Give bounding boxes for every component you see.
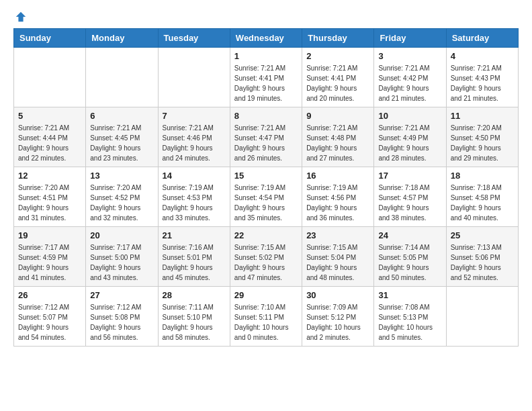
calendar-day-cell: 9Sunrise: 7:21 AMSunset: 4:48 PMDaylight… [302, 107, 374, 167]
day-info: Sunrise: 7:21 AMSunset: 4:44 PMDaylight:… [18, 123, 81, 163]
weekday-header: Tuesday [158, 29, 230, 48]
day-number: 23 [306, 230, 369, 240]
day-info: Sunrise: 7:12 AMSunset: 5:07 PMDaylight:… [18, 302, 81, 342]
day-number: 30 [306, 290, 369, 300]
day-info: Sunrise: 7:21 AMSunset: 4:49 PMDaylight:… [378, 123, 441, 163]
calendar-day-cell: 1Sunrise: 7:21 AMSunset: 4:41 PMDaylight… [230, 48, 302, 107]
day-info: Sunrise: 7:15 AMSunset: 5:02 PMDaylight:… [234, 242, 298, 283]
svg-marker-0 [16, 12, 26, 21]
calendar-day-cell: 22Sunrise: 7:15 AMSunset: 5:02 PMDayligh… [230, 227, 302, 287]
weekday-header: Friday [374, 29, 446, 48]
day-number: 11 [451, 111, 514, 121]
calendar-day-cell: 28Sunrise: 7:11 AMSunset: 5:10 PMDayligh… [158, 287, 230, 347]
calendar-day-cell: 25Sunrise: 7:13 AMSunset: 5:06 PMDayligh… [446, 227, 518, 287]
day-info: Sunrise: 7:17 AMSunset: 5:00 PMDaylight:… [90, 242, 153, 283]
day-number: 4 [451, 51, 514, 61]
calendar-day-cell: 27Sunrise: 7:12 AMSunset: 5:08 PMDayligh… [86, 287, 158, 347]
calendar-day-cell: 20Sunrise: 7:17 AMSunset: 5:00 PMDayligh… [86, 227, 158, 287]
day-number: 27 [90, 290, 153, 300]
day-number: 21 [163, 230, 226, 240]
calendar-day-cell: 5Sunrise: 7:21 AMSunset: 4:44 PMDaylight… [14, 107, 86, 167]
calendar-day-cell: 24Sunrise: 7:14 AMSunset: 5:05 PMDayligh… [374, 227, 446, 287]
calendar-week-row: 19Sunrise: 7:17 AMSunset: 4:59 PMDayligh… [14, 227, 519, 287]
day-number: 22 [234, 230, 298, 240]
calendar-empty-cell [86, 48, 158, 107]
day-number: 19 [18, 230, 81, 240]
day-number: 15 [234, 171, 298, 181]
day-info: Sunrise: 7:19 AMSunset: 4:53 PMDaylight:… [163, 183, 226, 223]
day-number: 16 [306, 171, 369, 181]
day-info: Sunrise: 7:21 AMSunset: 4:41 PMDaylight:… [234, 63, 298, 103]
calendar-day-cell: 4Sunrise: 7:21 AMSunset: 4:43 PMDaylight… [446, 48, 518, 107]
calendar-day-cell: 17Sunrise: 7:18 AMSunset: 4:57 PMDayligh… [374, 167, 446, 227]
header [13, 11, 519, 20]
calendar-day-cell: 30Sunrise: 7:09 AMSunset: 5:12 PMDayligh… [302, 287, 374, 347]
calendar-day-cell: 15Sunrise: 7:19 AMSunset: 4:54 PMDayligh… [230, 167, 302, 227]
weekday-header: Saturday [446, 29, 518, 48]
calendar-day-cell: 12Sunrise: 7:20 AMSunset: 4:51 PMDayligh… [14, 167, 86, 227]
calendar-day-cell: 2Sunrise: 7:21 AMSunset: 4:41 PMDaylight… [302, 48, 374, 107]
day-info: Sunrise: 7:19 AMSunset: 4:56 PMDaylight:… [306, 183, 369, 223]
day-number: 29 [234, 290, 298, 300]
day-number: 8 [234, 111, 298, 121]
day-number: 10 [378, 111, 441, 121]
calendar-day-cell: 7Sunrise: 7:21 AMSunset: 4:46 PMDaylight… [158, 107, 230, 167]
calendar-day-cell: 8Sunrise: 7:21 AMSunset: 4:47 PMDaylight… [230, 107, 302, 167]
day-info: Sunrise: 7:18 AMSunset: 4:58 PMDaylight:… [451, 183, 514, 223]
day-number: 9 [306, 111, 369, 121]
weekday-header: Thursday [302, 29, 374, 48]
calendar-week-row: 5Sunrise: 7:21 AMSunset: 4:44 PMDaylight… [14, 107, 519, 167]
calendar-day-cell: 26Sunrise: 7:12 AMSunset: 5:07 PMDayligh… [14, 287, 86, 347]
weekday-header: Sunday [14, 29, 86, 48]
day-info: Sunrise: 7:19 AMSunset: 4:54 PMDaylight:… [234, 183, 298, 223]
day-number: 25 [451, 230, 514, 240]
day-info: Sunrise: 7:09 AMSunset: 5:12 PMDaylight:… [306, 302, 369, 342]
day-info: Sunrise: 7:17 AMSunset: 4:59 PMDaylight:… [18, 242, 81, 283]
day-info: Sunrise: 7:21 AMSunset: 4:47 PMDaylight:… [234, 123, 298, 163]
weekday-header: Monday [86, 29, 158, 48]
calendar-day-cell: 31Sunrise: 7:08 AMSunset: 5:13 PMDayligh… [374, 287, 446, 347]
day-info: Sunrise: 7:20 AMSunset: 4:50 PMDaylight:… [451, 123, 514, 163]
day-info: Sunrise: 7:21 AMSunset: 4:48 PMDaylight:… [306, 123, 369, 163]
calendar-empty-cell [158, 48, 230, 107]
day-info: Sunrise: 7:08 AMSunset: 5:13 PMDaylight:… [378, 302, 441, 342]
day-number: 5 [18, 111, 81, 121]
calendar-day-cell: 13Sunrise: 7:20 AMSunset: 4:52 PMDayligh… [86, 167, 158, 227]
day-info: Sunrise: 7:21 AMSunset: 4:43 PMDaylight:… [451, 63, 514, 103]
logo-icon [15, 11, 27, 23]
calendar-day-cell: 14Sunrise: 7:19 AMSunset: 4:53 PMDayligh… [158, 167, 230, 227]
day-number: 1 [234, 51, 298, 61]
day-number: 20 [90, 230, 153, 240]
day-info: Sunrise: 7:15 AMSunset: 5:04 PMDaylight:… [306, 242, 369, 283]
day-info: Sunrise: 7:12 AMSunset: 5:08 PMDaylight:… [90, 302, 153, 342]
day-info: Sunrise: 7:21 AMSunset: 4:41 PMDaylight:… [306, 63, 369, 103]
calendar-week-row: 12Sunrise: 7:20 AMSunset: 4:51 PMDayligh… [14, 167, 519, 227]
calendar-empty-cell [446, 287, 518, 347]
page: SundayMondayTuesdayWednesdayThursdayFrid… [0, 0, 532, 357]
day-info: Sunrise: 7:14 AMSunset: 5:05 PMDaylight:… [378, 242, 441, 283]
calendar-week-row: 26Sunrise: 7:12 AMSunset: 5:07 PMDayligh… [14, 287, 519, 347]
weekday-header: Wednesday [230, 29, 302, 48]
calendar-day-cell: 16Sunrise: 7:19 AMSunset: 4:56 PMDayligh… [302, 167, 374, 227]
calendar-day-cell: 6Sunrise: 7:21 AMSunset: 4:45 PMDaylight… [86, 107, 158, 167]
day-number: 13 [90, 171, 153, 181]
day-number: 28 [163, 290, 226, 300]
day-number: 7 [163, 111, 226, 121]
calendar-day-cell: 11Sunrise: 7:20 AMSunset: 4:50 PMDayligh… [446, 107, 518, 167]
calendar-day-cell: 19Sunrise: 7:17 AMSunset: 4:59 PMDayligh… [14, 227, 86, 287]
day-info: Sunrise: 7:11 AMSunset: 5:10 PMDaylight:… [163, 302, 226, 342]
day-number: 31 [378, 290, 441, 300]
logo [13, 11, 27, 20]
day-info: Sunrise: 7:13 AMSunset: 5:06 PMDaylight:… [451, 242, 514, 283]
calendar-table: SundayMondayTuesdayWednesdayThursdayFrid… [13, 28, 519, 347]
day-number: 3 [378, 51, 441, 61]
day-number: 18 [451, 171, 514, 181]
calendar-day-cell: 29Sunrise: 7:10 AMSunset: 5:11 PMDayligh… [230, 287, 302, 347]
day-info: Sunrise: 7:21 AMSunset: 4:42 PMDaylight:… [378, 63, 441, 103]
day-info: Sunrise: 7:20 AMSunset: 4:52 PMDaylight:… [90, 183, 153, 223]
calendar-day-cell: 23Sunrise: 7:15 AMSunset: 5:04 PMDayligh… [302, 227, 374, 287]
calendar-week-row: 1Sunrise: 7:21 AMSunset: 4:41 PMDaylight… [14, 48, 519, 107]
calendar-day-cell: 3Sunrise: 7:21 AMSunset: 4:42 PMDaylight… [374, 48, 446, 107]
calendar-header-row: SundayMondayTuesdayWednesdayThursdayFrid… [14, 29, 519, 48]
day-info: Sunrise: 7:16 AMSunset: 5:01 PMDaylight:… [163, 242, 226, 283]
